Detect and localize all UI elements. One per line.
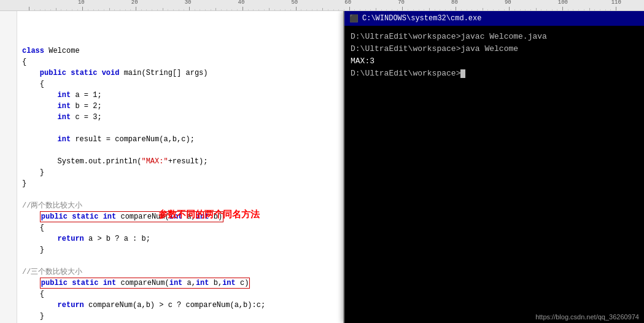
- code-line: int b = 2;: [22, 101, 343, 112]
- cmd-line: D:\UltraEdit\workspace>javac Welcome.jav…: [351, 31, 638, 43]
- cmd-line: D:\UltraEdit\workspace>: [351, 68, 638, 80]
- code-line: //三个数比较大小: [22, 267, 343, 278]
- code-line: System.out.println("MAX:"+result);: [22, 156, 343, 167]
- code-line: }: [22, 311, 343, 322]
- code-line: }: [22, 244, 343, 255]
- code-line: [22, 255, 343, 267]
- cmd-body: D:\UltraEdit\workspace>javac Welcome.jav…: [344, 26, 644, 323]
- cmd-cursor: [460, 69, 465, 78]
- code-line: [22, 123, 343, 134]
- code-line: int result = compareNum(a,b,c);: [22, 134, 343, 145]
- code-line: public static int compareNum(int a,int b…: [22, 211, 343, 222]
- code-line: {: [22, 222, 343, 233]
- main-area: class Welcome{ public static void main(S…: [0, 11, 644, 323]
- ruler: 102030405060708090100110: [0, 0, 644, 11]
- code-line: //两个数比较大小: [22, 200, 343, 211]
- code-line: [22, 189, 343, 200]
- code-line: [22, 145, 343, 156]
- code-line: int c = 3;: [22, 112, 343, 123]
- cmd-line: D:\UltraEdit\workspace>java Welcome: [351, 43, 638, 55]
- code-line: }: [22, 178, 343, 189]
- code-line: return a > b ? a : b;: [22, 233, 343, 244]
- code-line: public static int compareNum(int a,int b…: [22, 278, 343, 289]
- watermark: https://blog.csdn.net/qq_36260974: [535, 313, 639, 321]
- code-editor[interactable]: class Welcome{ public static void main(S…: [0, 11, 343, 323]
- line-numbers: [0, 11, 17, 323]
- cmd-window: ⬛ C:\WINDOWS\system32\cmd.exe D:\UltraEd…: [343, 11, 644, 323]
- code-line: {: [22, 79, 343, 90]
- cmd-icon: ⬛: [349, 14, 359, 23]
- ruler-inner: 102030405060708090100110: [0, 0, 618, 10]
- code-line: int a = 1;: [22, 90, 343, 101]
- cmd-title-text: C:\WINDOWS\system32\cmd.exe: [362, 14, 639, 23]
- code-line: return compareNum(a,b) > c ? compareNum(…: [22, 300, 343, 311]
- code-line: }: [22, 167, 343, 178]
- cmd-line: MAX:3: [351, 55, 638, 68]
- cmd-titlebar: ⬛ C:\WINDOWS\system32\cmd.exe: [344, 11, 644, 26]
- code-line: public static void main(String[] args): [22, 68, 343, 79]
- code-line: {: [22, 56, 343, 68]
- code-line: class Welcome: [22, 45, 343, 56]
- code-content[interactable]: class Welcome{ public static void main(S…: [17, 11, 343, 323]
- code-line: {: [22, 289, 343, 300]
